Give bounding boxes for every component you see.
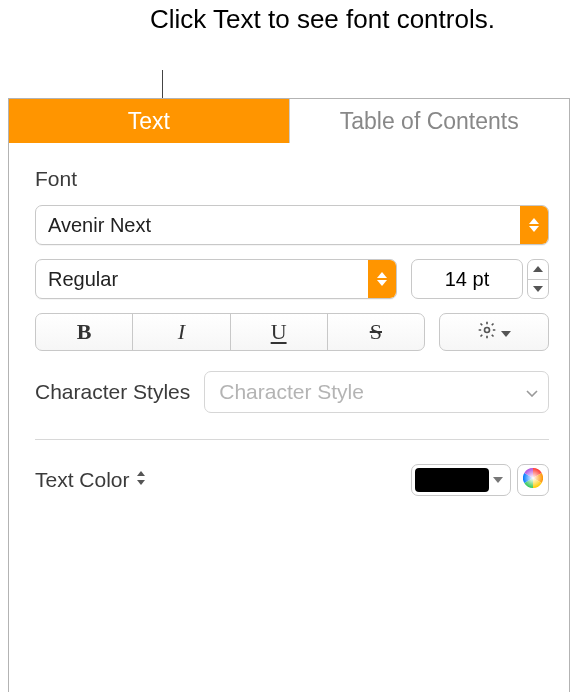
font-size-stepper-buttons [527,259,549,299]
tab-table-of-contents[interactable]: Table of Contents [289,99,570,143]
popup-arrows-icon [520,206,548,244]
font-size-decrease[interactable] [528,280,548,299]
font-size-field[interactable]: 14 pt [411,259,523,299]
bold-button[interactable]: B [36,314,133,350]
font-style-popup[interactable]: Regular [35,259,397,299]
font-style-segmented: B I U S [35,313,425,351]
font-size-increase[interactable] [528,260,548,280]
format-panel: Text Table of Contents Font Avenir Next … [8,98,570,692]
gear-icon [477,320,497,344]
svg-marker-5 [533,286,543,292]
character-style-placeholder: Character Style [219,380,364,404]
svg-marker-9 [137,480,145,485]
text-color-swatch [415,468,489,492]
svg-marker-1 [529,226,539,232]
color-picker-button[interactable] [517,464,549,496]
svg-marker-10 [493,477,503,483]
advanced-options-popup[interactable] [439,313,549,351]
italic-button[interactable]: I [133,314,230,350]
svg-marker-4 [533,266,543,272]
divider [35,439,549,440]
tab-text[interactable]: Text [9,99,289,143]
chevron-down-icon [501,323,511,341]
chevron-down-icon [526,383,538,401]
font-style-value: Regular [48,268,118,291]
underline-button[interactable]: U [231,314,328,350]
font-section-title: Font [35,167,549,191]
character-styles-label: Character Styles [35,380,190,404]
svg-marker-7 [501,331,511,337]
font-family-popup[interactable]: Avenir Next [35,205,549,245]
popup-arrows-icon [368,260,396,298]
font-size-stepper: 14 pt [411,259,549,299]
svg-marker-0 [529,218,539,224]
color-wheel-icon [523,468,543,492]
character-style-popup[interactable]: Character Style [204,371,549,413]
text-color-label: Text Color [35,468,130,492]
svg-marker-8 [137,471,145,476]
text-color-well[interactable] [411,464,511,496]
font-family-value: Avenir Next [48,214,151,237]
updown-arrows-icon [136,471,146,489]
strikethrough-button[interactable]: S [328,314,424,350]
svg-point-11 [523,468,543,488]
callout-text: Click Text to see font controls. [150,4,495,35]
svg-marker-2 [377,272,387,278]
tab-bar: Text Table of Contents [9,99,569,143]
text-color-disclosure[interactable]: Text Color [35,468,146,492]
chevron-down-icon [489,477,507,483]
svg-marker-3 [377,280,387,286]
svg-point-6 [485,328,490,333]
